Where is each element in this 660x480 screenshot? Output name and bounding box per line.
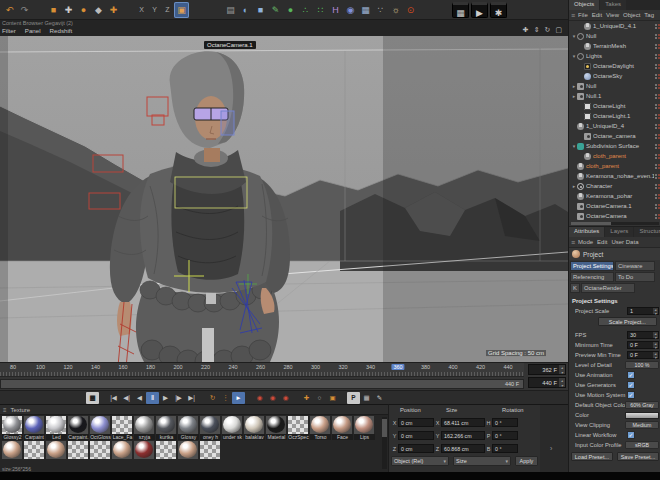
add-cube-icon[interactable]: ■ (253, 2, 268, 18)
material-item[interactable] (178, 441, 199, 459)
material-thumbnail[interactable] (24, 441, 44, 459)
object-menu-item[interactable]: Edit (592, 12, 602, 18)
material-item[interactable] (68, 441, 89, 459)
material-thumbnail[interactable] (112, 416, 132, 434)
material-item[interactable]: Material (266, 416, 287, 440)
render-picture-viewer-button[interactable]: ▶ (471, 2, 488, 18)
material-thumbnail[interactable] (2, 441, 22, 459)
dolly-view-icon[interactable]: ⇕ (534, 26, 540, 33)
material-thumbnail[interactable] (46, 416, 66, 434)
tree-item[interactable]: 1_UniquelD_4 (569, 121, 660, 131)
rotate-tool-icon[interactable]: ● (76, 2, 91, 18)
visibility-dots[interactable] (655, 204, 657, 209)
material-item[interactable]: OczSpec (288, 416, 309, 440)
visibility-dots[interactable] (655, 124, 657, 129)
material-thumbnail[interactable] (178, 441, 198, 459)
dropdown-field[interactable]: 100 % (625, 361, 659, 369)
coord-system-button[interactable]: ▣ (174, 2, 189, 18)
material-item[interactable]: Face (332, 416, 353, 440)
timeline-range-fill[interactable]: 440 F (1, 380, 523, 388)
color-swatch[interactable] (625, 412, 659, 419)
visibility-dots[interactable] (655, 154, 657, 159)
dropdown-field[interactable]: sRGB (625, 441, 659, 449)
material-thumbnail[interactable] (200, 441, 220, 459)
material-item[interactable]: Carpaint (24, 416, 45, 440)
axis-y-button[interactable]: Y (148, 2, 161, 18)
tree-item[interactable]: OctaneLight.1 (569, 111, 660, 121)
rotation-h-field[interactable]: 0 ° (492, 418, 518, 427)
material-menu[interactable]: ≡Texture (0, 405, 388, 415)
add-tool-icon[interactable]: ✚ (106, 2, 121, 18)
coord-mode-select[interactable]: Object (Rel) (391, 456, 449, 466)
visibility-dots[interactable] (655, 214, 657, 219)
size-x-field[interactable]: 68.411 cm (441, 418, 485, 427)
visibility-dots[interactable] (655, 134, 657, 139)
tab-takes[interactable]: Takes (600, 0, 626, 10)
attribute-menu-item[interactable]: User Data (611, 239, 638, 245)
record-scale-button[interactable]: ◉ (266, 392, 279, 404)
redo-icon[interactable]: ↷ (17, 2, 32, 18)
timeline-playhead[interactable]: 360 (391, 364, 404, 370)
material-thumbnail[interactable] (112, 441, 132, 459)
visibility-dots[interactable] (655, 194, 657, 199)
tree-item[interactable]: ▸Null.1 (569, 91, 660, 101)
position-x-field[interactable]: 0 cm (398, 418, 434, 427)
material-thumbnail[interactable] (332, 416, 352, 434)
tree-item[interactable]: TerrainMesh (569, 41, 660, 51)
goto-start-button[interactable]: |◀ (107, 392, 120, 404)
scale-tool-icon[interactable]: ◆ (91, 2, 106, 18)
metaball-icon[interactable]: ◉ (343, 2, 358, 18)
tree-item[interactable]: ▾Lights (569, 51, 660, 61)
visibility-dots[interactable] (655, 114, 657, 119)
material-thumbnail[interactable] (24, 416, 44, 434)
floor-icon[interactable]: ▤ (223, 2, 238, 18)
save-preset-button[interactable]: Save Preset... (617, 452, 659, 461)
material-thumbnail[interactable] (354, 416, 374, 434)
visibility-dots[interactable] (655, 184, 657, 189)
material-thumbnail[interactable] (134, 441, 154, 459)
checkbox[interactable]: ✓ (627, 431, 635, 439)
display-mode-icon[interactable]: ◐ (238, 2, 253, 18)
brush-button[interactable]: ✎ (373, 392, 386, 404)
render-view-button[interactable]: ▦ (452, 2, 469, 18)
material-item[interactable] (134, 441, 155, 459)
expand-chevron-icon[interactable]: › (550, 445, 552, 452)
pan-view-icon[interactable]: ✚ (523, 26, 529, 33)
visibility-dots[interactable] (655, 104, 657, 109)
material-thumbnail[interactable] (222, 416, 242, 434)
material-thumbnail[interactable] (2, 416, 22, 434)
setting-tab[interactable]: Project Settings (570, 261, 614, 271)
visibility-dots[interactable] (655, 54, 657, 59)
end-frame-field[interactable]: 440 F▴▾ (528, 377, 566, 388)
snap-p-button[interactable]: P (347, 392, 360, 404)
object-tree-scrollbar[interactable] (571, 222, 659, 225)
spin-field[interactable]: 0 F▴▾ (627, 341, 659, 349)
sound-track-button[interactable]: ⋮ (219, 392, 232, 404)
tab-objects[interactable]: Objects (569, 0, 599, 10)
attribute-menu-item[interactable]: Edit (597, 239, 607, 245)
axis-z-button[interactable]: Z (161, 2, 174, 18)
material-thumbnail[interactable] (68, 416, 88, 434)
next-frame-button[interactable]: ▶ (159, 392, 172, 404)
cluster-icon[interactable]: ∷ (313, 2, 328, 18)
material-item[interactable]: under sk (222, 416, 243, 440)
setting-tab[interactable]: To Do (615, 272, 655, 282)
checkbox[interactable]: ✓ (627, 391, 635, 399)
object-menu-item[interactable]: View (606, 12, 619, 18)
checkbox[interactable]: ✓ (627, 381, 635, 389)
spin-field[interactable]: 0 F▴▾ (627, 351, 659, 359)
attribute-menu-item[interactable]: Mode (578, 239, 593, 245)
position-y-field[interactable]: 0 cm (398, 431, 434, 440)
tree-item[interactable]: ▸Null (569, 81, 660, 91)
object-menu-item[interactable]: File (578, 12, 588, 18)
prev-key-button[interactable]: ◀| (120, 392, 133, 404)
viewport-menu-item[interactable]: Panel (25, 27, 41, 34)
setting-tab[interactable]: Referencing (570, 272, 614, 282)
rotation-p-field[interactable]: 0 ° (492, 431, 518, 440)
tree-item[interactable]: ▾Null (569, 31, 660, 41)
visibility-dots[interactable] (655, 84, 657, 89)
material-menu-item[interactable]: Texture (11, 407, 31, 413)
tree-item[interactable]: Octane_camera (569, 131, 660, 141)
next-key-button[interactable]: |▶ (172, 392, 185, 404)
checkbox[interactable]: ✓ (627, 371, 635, 379)
